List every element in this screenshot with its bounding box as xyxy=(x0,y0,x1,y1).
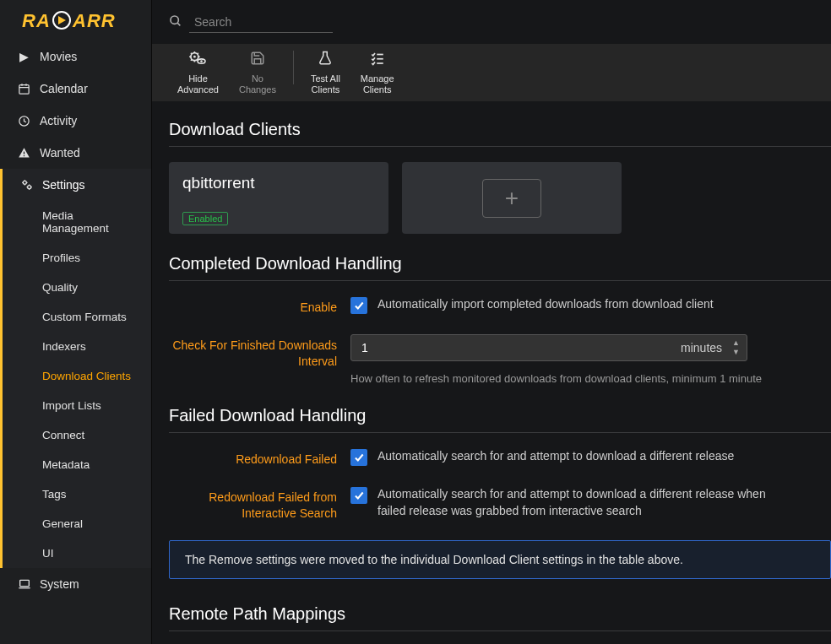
divider xyxy=(169,146,831,147)
search-input[interactable] xyxy=(189,12,333,33)
enable-row: Enable Automatically import completed do… xyxy=(169,296,831,316)
redownload-interactive-checkbox[interactable] xyxy=(350,487,367,504)
subnav-profiles[interactable]: Profiles xyxy=(3,243,151,273)
nav-label: System xyxy=(40,577,79,591)
subnav-general[interactable]: General xyxy=(3,509,151,538)
tool-label-1: Test All xyxy=(311,73,340,85)
client-card-qbittorrent[interactable]: qbittorrent Enabled xyxy=(169,162,388,234)
nav-calendar[interactable]: Calendar xyxy=(0,73,151,105)
svg-point-12 xyxy=(27,186,30,189)
redownload-desc: Automatically search for and attempt to … xyxy=(377,448,734,465)
subnav-ui[interactable]: UI xyxy=(3,538,151,568)
nav-label: Wanted xyxy=(40,146,80,160)
subnav-quality[interactable]: Quality xyxy=(3,273,151,302)
calendar-icon xyxy=(17,83,31,95)
info-alert: The Remove settings were moved to the in… xyxy=(169,540,831,579)
redownload-checkbox[interactable] xyxy=(350,449,367,466)
tool-label-2: Advanced xyxy=(177,84,219,96)
warning-icon xyxy=(17,147,31,160)
svg-text:RA: RA xyxy=(22,10,51,31)
nav-wanted[interactable]: Wanted xyxy=(0,137,151,169)
main: Hide Advanced No Changes Test All Client… xyxy=(152,0,831,644)
settings-subnav: Media Management Profiles Quality Custom… xyxy=(3,201,151,568)
svg-marker-2 xyxy=(58,16,66,24)
svg-rect-10 xyxy=(24,155,24,156)
test-icon xyxy=(318,51,333,71)
redownload-interactive-label: Redownload Failed from Interactive Searc… xyxy=(169,486,350,522)
nav: ▶ Movies Calendar Activity Wanted xyxy=(0,41,151,600)
search-wrap xyxy=(169,12,333,33)
subnav-download-clients[interactable]: Download Clients xyxy=(3,361,151,391)
svg-rect-9 xyxy=(24,151,24,154)
nav-movies[interactable]: ▶ Movies xyxy=(0,41,151,73)
spinner-buttons[interactable]: ▲ ▼ xyxy=(725,338,747,356)
chevron-down-icon: ▼ xyxy=(732,348,740,356)
tool-label-2: Changes xyxy=(239,84,276,96)
subnav-media-management[interactable]: Media Management xyxy=(3,201,151,243)
nav-label: Movies xyxy=(40,50,77,63)
svg-line-16 xyxy=(177,23,180,25)
hide-advanced-button[interactable]: Hide Advanced xyxy=(167,51,229,96)
enable-desc: Automatically import completed downloads… xyxy=(377,296,714,313)
topbar xyxy=(152,0,831,44)
sidebar: RA ARR ▶ Movies Calendar Activity W xyxy=(0,0,152,644)
divider xyxy=(169,432,831,433)
save-icon xyxy=(250,51,265,71)
subnav-connect[interactable]: Connect xyxy=(3,420,151,450)
toolbar: Hide Advanced No Changes Test All Client… xyxy=(152,44,831,101)
redownload-interactive-desc: Automatically search for and attempt to … xyxy=(377,486,772,519)
nav-label: Calendar xyxy=(40,82,88,95)
checklist-icon xyxy=(370,51,385,71)
interval-label: Check For Finished Downloads Interval xyxy=(169,334,350,387)
divider xyxy=(169,630,831,631)
clock-icon xyxy=(17,115,31,127)
svg-rect-13 xyxy=(19,580,29,586)
interval-row: Check For Finished Downloads Interval mi… xyxy=(169,334,831,387)
svg-rect-4 xyxy=(19,84,29,94)
test-all-clients-button[interactable]: Test All Clients xyxy=(301,51,350,96)
interval-input-wrap: minutes ▲ ▼ xyxy=(350,334,747,361)
add-client-button[interactable]: + xyxy=(402,162,622,234)
section-title: Remote Path Mappings xyxy=(169,604,831,624)
nav-activity[interactable]: Activity xyxy=(0,105,151,137)
enable-checkbox[interactable] xyxy=(350,297,367,314)
download-clients-section: Download Clients qbittorrent Enabled + xyxy=(152,120,831,234)
gear-eye-icon xyxy=(188,51,207,71)
save-button[interactable]: No Changes xyxy=(229,51,286,96)
settings-group: Settings Media Management Profiles Quali… xyxy=(0,169,151,568)
failed-download-section: Failed Download Handling Redownload Fail… xyxy=(152,406,831,579)
client-name: qbittorrent xyxy=(182,174,375,192)
subnav-custom-formats[interactable]: Custom Formats xyxy=(3,302,151,332)
tool-label-1: Manage xyxy=(361,73,394,85)
interval-help: How often to refresh monitored downloads… xyxy=(350,371,772,387)
nav-label: Activity xyxy=(40,114,77,127)
tool-label-2: Clients xyxy=(312,84,340,96)
subnav-metadata[interactable]: Metadata xyxy=(3,450,151,479)
gears-icon xyxy=(19,178,34,192)
subnav-indexers[interactable]: Indexers xyxy=(3,332,151,361)
interval-input[interactable] xyxy=(351,341,681,354)
section-title: Download Clients xyxy=(169,120,831,139)
plus-icon: + xyxy=(482,179,541,218)
redownload-row: Redownload Failed Automatically search f… xyxy=(169,448,831,468)
tool-label-2: Clients xyxy=(363,84,392,96)
section-title: Failed Download Handling xyxy=(169,406,831,425)
toolbar-separator xyxy=(293,51,294,84)
logo[interactable]: RA ARR xyxy=(0,0,151,41)
svg-point-15 xyxy=(171,16,178,24)
chevron-up-icon: ▲ xyxy=(732,338,740,347)
interval-unit: minutes xyxy=(681,341,725,354)
nav-settings[interactable]: Settings xyxy=(3,169,151,201)
svg-point-11 xyxy=(23,181,26,184)
nav-system[interactable]: System xyxy=(0,568,151,600)
nav-label: Settings xyxy=(42,178,85,192)
subnav-tags[interactable]: Tags xyxy=(3,479,151,509)
completed-download-section: Completed Download Handling Enable Autom… xyxy=(152,254,831,386)
svg-point-18 xyxy=(194,56,197,58)
svg-text:ARR: ARR xyxy=(72,10,116,31)
manage-clients-button[interactable]: Manage Clients xyxy=(350,51,405,96)
divider xyxy=(169,280,831,281)
svg-point-20 xyxy=(201,60,204,62)
subnav-import-lists[interactable]: Import Lists xyxy=(3,391,151,420)
tool-label-1: Hide xyxy=(188,73,208,85)
